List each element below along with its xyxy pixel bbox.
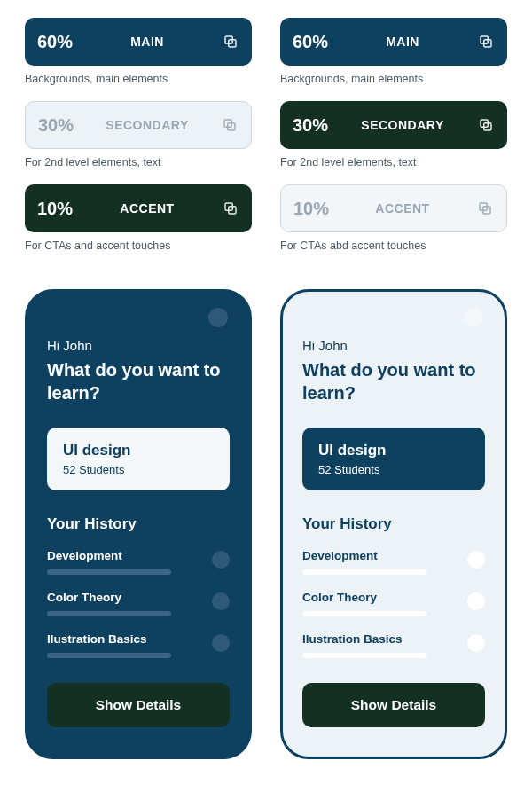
swatch-caption: For 2nd level elements, text [280,156,507,169]
show-details-button[interactable]: Show Details [302,683,485,727]
swatch-main: 60% MAIN Backgrounds, main elements [25,18,252,85]
history-item[interactable]: Ilustration Basics [302,632,485,658]
show-details-button[interactable]: Show Details [47,683,230,727]
swatch-percent: 30% [38,115,74,136]
swatch-card-main[interactable]: 60% MAIN [25,18,252,66]
progress-bar [47,569,171,575]
greeting-text: Hi John [47,338,230,353]
history-item[interactable]: Ilustration Basics [47,632,230,658]
swatch-caption: For 2nd level elements, text [25,156,252,169]
swatch-main: 60% MAIN Backgrounds, main elements [280,18,507,85]
swatch-accent: 10% ACCENT For CTAs and accent touches [25,184,252,252]
swatch-card-accent[interactable]: 10% ACCENT [280,184,507,232]
swatch-label: MAIN [73,35,222,49]
progress-bar [302,611,426,616]
headline-text: What do you want to learn? [302,358,480,404]
swatch-card-secondary[interactable]: 30% SECONDARY [25,101,252,149]
history-item[interactable]: Color Theory [302,591,485,616]
copy-icon[interactable] [477,116,495,134]
palette-column-right: 60% MAIN Backgrounds, main elements 30% … [280,18,507,759]
swatch-secondary: 30% SECONDARY For 2nd level elements, te… [280,101,507,169]
avatar-placeholder-icon [208,308,228,327]
history-item[interactable]: Development [302,549,485,575]
swatch-label: SECONDARY [74,118,221,132]
swatch-label: ACCENT [73,201,222,216]
history-item-label: Color Theory [47,591,230,604]
progress-bar [47,653,171,658]
swatch-label: SECONDARY [328,118,477,132]
swatch-percent: 30% [293,115,328,136]
swatch-card-main[interactable]: 60% MAIN [280,18,507,66]
swatch-percent: 60% [37,32,73,52]
copy-icon[interactable] [476,200,494,217]
history-dot-icon [212,592,230,610]
progress-bar [47,611,171,616]
swatch-card-secondary[interactable]: 30% SECONDARY [280,101,507,149]
history-dot-icon [467,634,485,652]
course-title: UI design [63,442,214,459]
palette-column-left: 60% MAIN Backgrounds, main elements 30% … [25,18,252,759]
history-item-label: Development [302,549,485,562]
course-subtitle: 52 Students [63,463,214,476]
swatch-percent: 10% [37,199,73,219]
swatch-percent: 60% [293,32,328,52]
swatch-secondary: 30% SECONDARY For 2nd level elements, te… [25,101,252,169]
featured-course-card[interactable]: UI design 52 Students [302,428,485,490]
progress-bar [302,569,426,575]
swatch-caption: For CTAs and accent touches [25,239,252,252]
featured-course-card[interactable]: UI design 52 Students [47,428,230,490]
swatch-accent: 10% ACCENT For CTAs abd accent touches [280,184,507,252]
course-title: UI design [318,442,469,459]
history-dot-icon [212,551,230,569]
headline-text: What do you want to learn? [47,358,224,404]
copy-icon[interactable] [222,200,239,217]
history-item-label: Ilustration Basics [302,632,485,646]
history-heading: Your History [302,515,485,533]
avatar-placeholder-icon [464,308,483,327]
swatch-label: MAIN [328,35,477,49]
copy-icon[interactable] [222,33,239,51]
history-item-label: Ilustration Basics [47,632,230,646]
swatch-caption: Backgrounds, main elements [25,73,252,85]
greeting-text: Hi John [302,338,485,353]
progress-bar [302,653,426,658]
history-item[interactable]: Development [47,549,230,575]
history-dot-icon [467,551,485,569]
history-item[interactable]: Color Theory [47,591,230,616]
swatch-card-accent[interactable]: 10% ACCENT [25,184,252,232]
history-item-label: Development [47,549,230,562]
copy-icon[interactable] [477,33,495,51]
course-subtitle: 52 Students [318,463,469,476]
swatch-label: ACCENT [329,201,476,216]
swatch-caption: Backgrounds, main elements [280,73,507,85]
history-item-label: Color Theory [302,591,485,604]
phone-mock-light: Hi John What do you want to learn? UI de… [280,289,507,759]
copy-icon[interactable] [221,116,239,134]
history-dot-icon [212,634,230,652]
history-heading: Your History [47,515,230,533]
swatch-caption: For CTAs abd accent touches [280,239,507,252]
swatch-percent: 10% [293,199,329,219]
history-dot-icon [467,592,485,610]
phone-mock-dark: Hi John What do you want to learn? UI de… [25,289,252,759]
